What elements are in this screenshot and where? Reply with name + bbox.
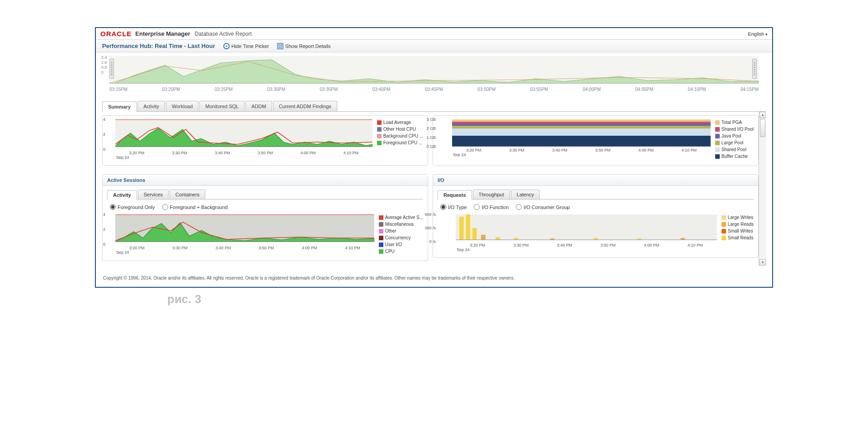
tab-activity[interactable]: Activity [137,101,165,111]
x-tick: 4:00 PM [287,151,330,155]
subtab-services[interactable]: Services [138,190,169,199]
legend-item: Buffer Cache [715,153,754,160]
legend-item: Java Pool [715,133,754,139]
io-legend: Large WritesLarge ReadsSmall WritesSmall… [722,214,754,242]
tab-monitored-sql[interactable]: Monitored SQL [199,101,245,111]
io-chart-date: Sep 24 [456,247,717,252]
legend-item: Shared Pool [715,147,754,153]
svg-rect-21 [514,238,518,240]
x-tick: 3:40 PM [538,148,581,152]
time-range-handle-left[interactable] [109,59,114,79]
legend-label: User I/O [385,242,402,248]
x-tick: 3:30 PM [499,243,542,247]
collapse-icon [223,43,230,49]
legend-label: Total PGA [722,119,742,126]
legend-item: Load Average [377,119,423,126]
legend-label: Java Pool [722,133,741,139]
x-tick: 4:10 PM [668,148,711,152]
legend-label: Large Writes [728,214,754,221]
scroll-down-button[interactable]: ▾ [760,259,766,266]
time-range-handle-right[interactable] [752,59,757,79]
subtab-latency[interactable]: Latency [511,190,540,199]
x-tick: 3:30 PM [495,148,538,152]
scroll-up-button[interactable]: ▴ [760,112,766,118]
legend-swatch [377,127,382,132]
legend-item: Foreground CPU ... [377,140,423,146]
active-sessions-panel: Active Sessions ActivityServicesContaine… [102,174,428,261]
tab-current-addm-findings[interactable]: Current ADDM Findings [273,101,337,111]
radio-input[interactable] [162,204,168,210]
active-sessions-chart [115,214,374,244]
active-sessions-radios: Foreground OnlyForeground + Background [107,200,423,214]
time-tick: 03:15PM [109,87,127,92]
subtab-throughput[interactable]: Throughput [473,190,510,199]
legend-label: Background CPU ... [383,133,423,139]
time-picker[interactable]: 2.4 1.6 0.8 0 03:15PM03:20PM03:25PM03:30… [96,52,772,96]
tab-addm[interactable]: ADDM [245,101,272,111]
radio-i-o-function[interactable]: I/O Function [474,204,509,210]
x-tick: 3:50 PM [244,151,287,155]
radio-label: I/O Type [448,204,467,210]
x-tick: 4:10 PM [331,246,374,250]
brand-logo: ORACLE [100,30,132,38]
io-radios: I/O TypeI/O FunctionI/O Consumer Group [438,200,754,214]
subtab-containers[interactable]: Containers [170,190,205,199]
x-tick: 3:20 PM [456,243,499,247]
show-report-details-button[interactable]: Show Report Details [277,43,330,49]
radio-foreground-background[interactable]: Foreground + Background [162,204,228,210]
content-scrollbar[interactable]: ▴ ▾ [759,112,766,266]
legend-item: Total PGA [715,119,754,126]
radio-i-o-consumer-group[interactable]: I/O Consumer Group [516,204,570,210]
radio-label: Foreground Only [118,204,155,210]
hide-time-picker-button[interactable]: Hide Time Picker [223,43,269,49]
legend-item: Small Writes [722,228,754,234]
subtab-activity[interactable]: Activity [107,190,137,200]
legend-swatch [715,127,720,132]
legend-swatch [715,141,720,145]
x-tick: 3:40 PM [202,246,245,250]
svg-rect-25 [680,238,685,240]
svg-rect-19 [481,235,486,240]
x-tick: 3:50 PM [586,243,630,247]
x-tick: 3:40 PM [543,243,586,247]
cpu-chart [115,119,373,149]
subtab-requests[interactable]: Requests [438,190,472,200]
time-tick: 03:25PM [215,87,233,92]
radio-foreground-only[interactable]: Foreground Only [110,204,155,210]
radio-i-o-type[interactable]: I/O Type [440,204,467,210]
radio-input[interactable] [516,204,522,210]
radio-input[interactable] [110,204,116,210]
svg-rect-10 [452,119,711,122]
legend-label: Concurrency [385,235,411,241]
memory-chart [452,119,711,147]
legend-label: Large Reads [728,221,754,228]
io-panel: I/O RequestsThroughputLatency I/O TypeI/… [433,174,759,258]
scroll-thumb[interactable] [760,119,765,137]
tab-summary[interactable]: Summary [102,101,137,112]
legend-swatch [722,236,726,240]
active-sessions-title: Active Sessions [103,175,428,186]
legend-label: Other [385,228,396,234]
svg-rect-16 [459,217,464,240]
radio-input[interactable] [440,204,446,210]
legend-swatch [722,222,726,227]
cpu-chart-panel: 4 2 0 [102,115,428,166]
legend-swatch [715,134,720,138]
svg-rect-18 [472,228,477,240]
active-sessions-subtabs: ActivityServicesContainers [107,190,423,200]
cpu-legend: Load AverageOther Host CPUBackground CPU… [377,119,423,147]
tab-workload[interactable]: Workload [166,101,198,111]
time-tick: 04:10PM [688,87,706,92]
active-sessions-legend: Average Active S...MiscellaneousOtherCon… [379,214,423,255]
x-tick: 4:00 PM [630,243,673,247]
time-tick: 03:55PM [530,87,548,92]
svg-rect-15 [456,214,717,240]
legend-item: Background CPU ... [377,133,423,139]
x-tick: 3:20 PM [115,246,158,250]
x-tick: 4:10 PM [330,151,373,155]
radio-input[interactable] [474,204,480,210]
app-header: ORACLE Enterprise Manager Database Activ… [96,28,772,40]
svg-rect-20 [495,237,500,240]
svg-rect-17 [466,214,470,240]
language-selector[interactable]: English [748,31,768,37]
